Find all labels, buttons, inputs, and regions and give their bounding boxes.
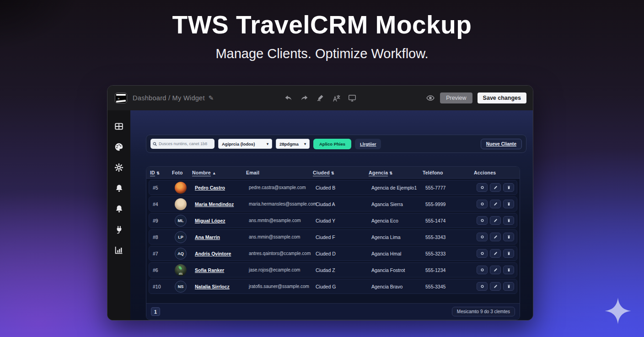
sidebar-item-alerts-bell-icon[interactable] xyxy=(114,204,124,214)
sidebar-item-integrations-plug-icon[interactable] xyxy=(114,224,124,234)
redo-icon[interactable] xyxy=(300,93,309,103)
table-row[interactable]: #10 NS Natalia Sirrlocz jratofis.sauner@… xyxy=(149,279,517,294)
client-name-link[interactable]: Ana Marrin xyxy=(195,234,249,240)
translate-icon[interactable] xyxy=(332,93,341,103)
trash-icon xyxy=(507,218,511,223)
row-actions xyxy=(477,266,514,274)
filter-bar: Agiprcia (lodos) ▾ 28pdgma ▾ Aplico Phie… xyxy=(146,135,526,153)
view-button[interactable] xyxy=(477,183,488,192)
col-header-id[interactable]: ID⇅ xyxy=(150,170,172,175)
eye-icon[interactable] xyxy=(426,93,435,103)
client-name-link[interactable]: Pedro Castro xyxy=(195,185,249,190)
col-header-agencia[interactable]: Agencia⇅ xyxy=(369,170,423,175)
edit-button[interactable] xyxy=(490,266,501,274)
client-phone: 555-3343 xyxy=(425,234,477,240)
window-header: » Dashboard / My Widget ✎ xyxy=(107,86,533,110)
avatar: ML xyxy=(175,215,187,227)
edit-button[interactable] xyxy=(490,200,501,208)
edit-button[interactable] xyxy=(490,282,501,291)
app-logo-icon[interactable]: » xyxy=(115,92,127,103)
edit-pencil-icon xyxy=(494,218,498,223)
client-email: jase.rojos@ecample.com xyxy=(249,267,316,272)
row-actions xyxy=(477,216,514,225)
client-name-link[interactable]: Andris Qvintore xyxy=(195,251,249,256)
edit-pencil-icon xyxy=(494,235,498,239)
sort-both-icon: ⇅ xyxy=(331,171,334,175)
client-name-link[interactable]: Natalia Sirrlocz xyxy=(195,284,249,289)
agency-select[interactable]: Agiprcia (lodos) ▾ xyxy=(218,139,272,149)
view-button[interactable] xyxy=(477,200,488,208)
apply-filters-button[interactable]: Aplico Phies xyxy=(313,139,351,149)
client-id: #8 xyxy=(153,234,175,240)
edit-title-icon[interactable]: ✎ xyxy=(209,94,214,102)
client-agency: Agancia Sierra xyxy=(371,201,425,207)
row-actions xyxy=(477,200,514,208)
undo-icon[interactable] xyxy=(284,93,293,103)
edit-button[interactable] xyxy=(490,249,501,258)
new-client-button[interactable]: Nueve Cliante xyxy=(481,139,522,149)
delete-button[interactable] xyxy=(503,266,514,274)
table-row[interactable]: #6 ats Sofia Ranker jase.rojos@ecample.c… xyxy=(149,262,517,277)
page: TWS TravelCRM Mockup Manage Clients. Opt… xyxy=(0,0,644,337)
client-name-link[interactable]: Sofia Ranker xyxy=(195,267,249,273)
client-agency: Agancia Fostrot xyxy=(371,267,425,273)
sidebar-item-dashboard-grid-icon[interactable] xyxy=(114,121,124,131)
client-agency: Agancia Hmal xyxy=(371,251,425,256)
view-button[interactable] xyxy=(477,266,488,274)
monitor-icon[interactable] xyxy=(348,93,357,103)
view-button[interactable] xyxy=(477,249,488,258)
client-city: Ciudad Z xyxy=(316,267,371,273)
sidebar-item-settings-gear-icon[interactable] xyxy=(114,163,124,173)
col-header-ciudad[interactable]: Ciuded⇅ xyxy=(313,170,369,175)
clear-filters-button[interactable]: Llrgtiier xyxy=(355,139,381,149)
search-input[interactable] xyxy=(159,141,212,146)
table-row[interactable]: #9 ML Migual López ans.mmtn@esample.com … xyxy=(149,213,517,228)
table-row[interactable]: #5 Pedro Castro pedre.castra@sxample.com… xyxy=(149,180,517,195)
delete-button[interactable] xyxy=(503,200,514,208)
client-email: jratofis.sauner@ssample.com xyxy=(249,284,316,289)
table-row[interactable]: #4 Maria Mendindoz maria.hermansles@ssam… xyxy=(149,196,517,212)
client-phone: 555-3345 xyxy=(425,284,477,289)
avatar: LP xyxy=(175,231,187,243)
view-button[interactable] xyxy=(477,282,488,291)
edit-button[interactable] xyxy=(490,216,501,225)
client-name-link[interactable]: Maria Mendindoz xyxy=(195,201,249,207)
table-row[interactable]: #8 LP Ana Marrin ans.mmin@ssample.com Ci… xyxy=(149,229,517,245)
chevron-down-icon: ▾ xyxy=(304,142,306,146)
sidebar-item-notifications-bell-icon[interactable] xyxy=(114,183,124,193)
avatar xyxy=(175,198,187,210)
col-header-nombre[interactable]: Nombre▲ xyxy=(192,170,246,175)
view-icon xyxy=(480,185,484,190)
edit-button[interactable] xyxy=(490,183,501,192)
client-city: Ciuded B xyxy=(316,185,371,190)
client-agency: Agencia Bravo xyxy=(371,284,425,289)
client-id: #9 xyxy=(153,218,175,223)
view-button[interactable] xyxy=(477,233,488,241)
edit-button[interactable] xyxy=(490,233,501,241)
delete-button[interactable] xyxy=(503,249,514,258)
col-header-acciones: Acciones xyxy=(474,170,516,175)
sidebar-item-palette-icon[interactable] xyxy=(114,142,124,152)
save-changes-button[interactable]: Save changes xyxy=(478,92,526,103)
client-city: Ciudad A xyxy=(316,201,371,207)
delete-button[interactable] xyxy=(503,282,514,291)
client-phone: 555-7777 xyxy=(425,185,477,190)
sparkle-icon xyxy=(604,297,632,325)
client-email: ans.mmtn@esample.com xyxy=(249,218,316,223)
preview-button[interactable]: Preview xyxy=(440,92,472,103)
view-button[interactable] xyxy=(477,216,488,225)
delete-button[interactable] xyxy=(503,216,514,225)
brush-icon[interactable] xyxy=(316,93,325,103)
sidebar-item-analytics-chart-icon[interactable] xyxy=(114,245,124,255)
client-name-link[interactable]: Migual López xyxy=(195,218,249,223)
table-row[interactable]: #7 AQ Andris Qvintore antres.qaintors@cc… xyxy=(149,246,517,261)
pagination-page-1-button[interactable]: 1 xyxy=(151,307,160,316)
client-city: Ciuded D xyxy=(316,251,371,256)
page-size-select-value: 28pdgma xyxy=(279,141,299,147)
avatar: NS xyxy=(175,281,187,293)
client-email: pedre.castra@sxample.com xyxy=(249,185,316,190)
edit-pencil-icon xyxy=(494,284,498,288)
delete-button[interactable] xyxy=(503,233,514,241)
page-size-select[interactable]: 28pdgma ▾ xyxy=(276,139,310,149)
delete-button[interactable] xyxy=(503,183,514,192)
